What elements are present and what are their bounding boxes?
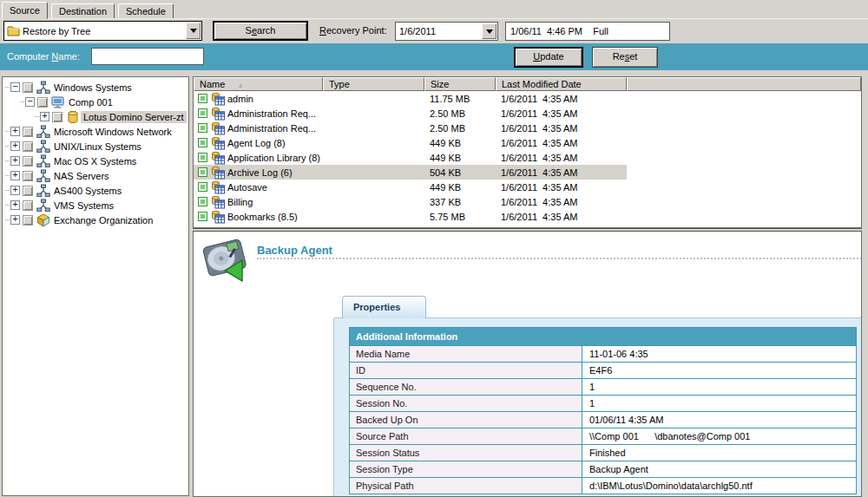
sort-ascending-icon: ▲ [237, 82, 244, 89]
tab-strip-divider [0, 18, 868, 19]
expand-toggle-icon[interactable]: + [10, 200, 20, 210]
table-row[interactable]: Bookmarks (8.5)5.75 MB1/6/2011 4:35 AM [194, 209, 627, 224]
file-name-cell: Administration Req... [194, 121, 323, 135]
property-value: d:\IBM\Lotus\Domino\data\archlg50.ntf [582, 478, 856, 494]
expand-toggle-icon[interactable]: + [10, 171, 20, 180]
tree-item[interactable]: +NAS Servers [3, 168, 188, 183]
table-row[interactable]: Autosave449 KB1/6/2011 4:35 AM [194, 180, 627, 194]
tree-checkbox[interactable] [23, 215, 33, 226]
tree-item-label[interactable]: AS400 Systems [51, 185, 124, 197]
tree-item[interactable]: −Windows Systems [3, 80, 188, 95]
tree-checkbox[interactable] [23, 171, 33, 181]
tree-connector [20, 101, 24, 102]
table-row[interactable]: Agent Log (8)449 KB1/6/2011 4:35 AM [194, 135, 627, 150]
file-name: Bookmarks (8.5) [227, 212, 298, 222]
tree-item[interactable]: +AS400 Systems [3, 183, 188, 198]
expand-toggle-icon[interactable]: + [10, 141, 20, 151]
tree-item[interactable]: +VMS Systems [3, 198, 188, 213]
expand-toggle-icon[interactable]: + [10, 156, 20, 166]
file-checkbox[interactable] [198, 108, 207, 118]
table-row[interactable]: Administration Req...2.50 MB1/6/2011 4:3… [194, 106, 627, 121]
tree-connector [5, 87, 10, 88]
tree-item[interactable]: +Mac OS X Systems [3, 154, 188, 168]
tree-item[interactable]: +Exchange Organization [3, 213, 188, 227]
tree-checkbox[interactable] [37, 97, 48, 108]
tree-connector [5, 146, 10, 147]
column-header-last-modified-date[interactable]: Last Modified Date [496, 77, 627, 91]
tree-checkbox[interactable] [23, 82, 33, 93]
file-checkbox[interactable] [198, 153, 207, 162]
file-checkbox[interactable] [198, 182, 207, 192]
tree-checkbox[interactable] [23, 186, 33, 196]
expand-toggle-icon[interactable]: + [40, 112, 49, 121]
tree-checkbox[interactable] [23, 127, 33, 137]
file-size-cell: 504 KB [424, 167, 496, 178]
file-checkbox[interactable] [198, 212, 207, 221]
expand-toggle-icon[interactable]: + [10, 215, 20, 225]
tree-item-label[interactable]: Windows Systems [51, 82, 135, 94]
property-row: Source Path\\Comp 001 \dbanotes@Comp 001 [350, 428, 856, 444]
file-modified-cell: 1/6/2011 4:35 AM [496, 123, 627, 134]
table-row[interactable]: Application Library (8)449 KB1/6/2011 4:… [194, 150, 627, 165]
file-modified-cell: 1/6/2011 4:35 AM [496, 212, 627, 222]
table-row[interactable]: Archive Log (6)504 KB1/6/2011 4:35 AM [194, 165, 627, 180]
collapse-toggle-icon[interactable]: − [10, 82, 20, 92]
file-list-header: Name▲TypeSizeLast Modified Date [194, 77, 861, 91]
tab-properties[interactable]: Properties [342, 296, 426, 318]
tree-item-label[interactable]: Lotus Domino Server-zt [81, 111, 187, 123]
tree-item-label[interactable]: Comp 001 [66, 96, 115, 108]
tree-checkbox[interactable] [23, 200, 33, 211]
tree-item[interactable]: +Lotus Domino Server-zt [3, 109, 188, 124]
tree-checkbox[interactable] [52, 112, 62, 122]
tree-item-label[interactable]: UNIX/Linux Systems [51, 141, 144, 153]
file-checkbox[interactable] [198, 94, 207, 103]
recovery-detail-field[interactable]: 1/06/11 4:46 PM Full [505, 22, 670, 41]
tab-source[interactable]: Source [2, 2, 48, 19]
restore-mode-combobox[interactable]: Restore by Tree [3, 21, 202, 41]
file-checkbox[interactable] [198, 197, 207, 206]
search-button[interactable]: Search [213, 21, 308, 41]
tree-item-label[interactable]: Exchange Organization [51, 214, 155, 226]
file-name-cell: admin [194, 92, 323, 106]
tree-item-label[interactable]: Microsoft Windows Network [51, 126, 174, 138]
update-button[interactable]: Update [514, 47, 583, 68]
chevron-down-icon[interactable] [186, 23, 201, 39]
table-row[interactable]: admin11.75 MB1/6/2011 4:35 AM [194, 91, 627, 106]
property-label: Session Status [350, 445, 582, 461]
tree-checkbox[interactable] [23, 141, 33, 152]
tree-item[interactable]: +UNIX/Linux Systems [3, 139, 188, 154]
folder-icon [7, 25, 20, 36]
file-modified-cell: 1/6/2011 4:35 AM [496, 153, 627, 163]
tree-item[interactable]: −Comp 001 [3, 95, 188, 109]
computer-name-input[interactable] [91, 48, 204, 65]
table-row[interactable]: Billing337 KB1/6/2011 4:35 AM [194, 194, 627, 209]
recovery-point-combobox[interactable]: 1/6/2011 [395, 22, 498, 41]
tree-connector [5, 219, 10, 220]
session-details-panel: Backup Agent Properties Additional Infor… [193, 232, 862, 497]
expand-toggle-icon[interactable]: + [10, 186, 20, 195]
tab-destination[interactable]: Destination [51, 3, 115, 19]
file-name: Archive Log (6) [227, 167, 293, 178]
tab-schedule[interactable]: Schedule [118, 3, 174, 19]
file-modified-cell: 1/6/2011 4:35 AM [496, 138, 627, 148]
reset-button[interactable]: Reset [592, 47, 658, 68]
file-checkbox[interactable] [198, 123, 207, 133]
tree-connector [5, 175, 10, 176]
column-header-name[interactable]: Name▲ [194, 77, 323, 91]
column-header-type[interactable]: Type [323, 77, 424, 91]
file-name-cell: Administration Req... [194, 107, 323, 121]
tree-item-label[interactable]: VMS Systems [51, 199, 116, 212]
file-checkbox[interactable] [198, 167, 207, 177]
file-checkbox[interactable] [198, 138, 207, 147]
tree-item-label[interactable]: Mac OS X Systems [51, 155, 139, 167]
file-size-cell: 449 KB [424, 153, 496, 163]
collapse-toggle-icon[interactable]: − [25, 97, 35, 107]
tree-item-label[interactable]: NAS Servers [51, 170, 112, 182]
tree-checkbox[interactable] [23, 156, 33, 167]
expand-toggle-icon[interactable]: + [10, 127, 20, 136]
column-header-size[interactable]: Size [424, 77, 496, 91]
database-file-icon [211, 136, 225, 150]
chevron-down-icon[interactable] [482, 23, 496, 39]
table-row[interactable]: Administration Req...2.50 MB1/6/2011 4:3… [194, 121, 627, 135]
tree-item[interactable]: +Microsoft Windows Network [3, 124, 188, 139]
